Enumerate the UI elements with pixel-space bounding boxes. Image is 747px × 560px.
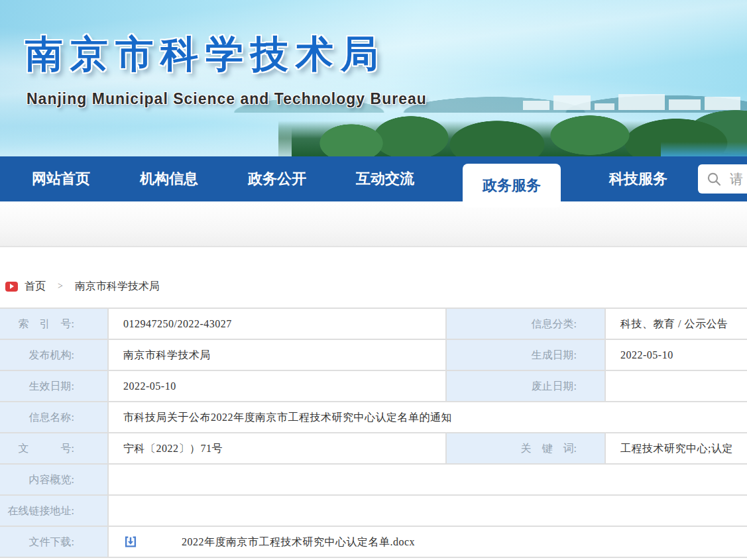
nav-item-tech-services[interactable]: 科技服务	[608, 156, 669, 201]
online-link-label: 在线链接地址:	[0, 496, 107, 526]
search-icon[interactable]	[707, 172, 722, 187]
index-number-label: 索 引 号:	[0, 309, 107, 339]
download-file-link[interactable]: 2022年度南京市工程技术研究中心认定名单.docx	[182, 527, 415, 557]
site-title: 南京市科学技术局	[25, 29, 386, 80]
online-link-value	[109, 496, 747, 526]
doc-number-label: 文 号:	[0, 433, 107, 463]
info-title-label: 信息名称:	[0, 402, 107, 432]
publisher-value: 南京市科学技术局	[109, 340, 445, 370]
download-icon[interactable]	[123, 535, 138, 549]
nav-sub-band	[0, 201, 747, 247]
site-subtitle-en: Nanjing Municipal Science and Technology…	[27, 90, 427, 108]
info-category-label: 信息分类:	[447, 309, 604, 339]
info-category-value: 科技、教育 / 公示公告	[606, 309, 747, 339]
expiry-date-value	[606, 371, 747, 401]
breadcrumb-current: 南京市科学技术局	[75, 280, 160, 294]
nav-item-interaction[interactable]: 互动交流	[355, 156, 416, 201]
breadcrumb-home-link[interactable]: 首页	[25, 280, 46, 294]
file-download-value: 2022年度南京市工程技术研究中心认定名单.docx	[109, 527, 747, 557]
main-nav: 网站首页 机构信息 政务公开 互动交流 政务服务 科技服务	[0, 156, 747, 201]
content-summary-label: 内容概览:	[0, 465, 107, 494]
file-download-label: 文件下载:	[0, 527, 107, 557]
nav-item-org-info[interactable]: 机构信息	[139, 156, 200, 201]
keywords-value: 工程技术研究中心;认定	[606, 433, 747, 463]
breadcrumb: 首页 > 南京市科学技术局	[5, 279, 747, 294]
info-title-value: 市科技局关于公布2022年度南京市工程技术研究中心认定名单的通知	[109, 402, 747, 432]
chevron-right-separator: >	[58, 281, 63, 292]
effective-date-value: 2022-05-10	[109, 371, 445, 401]
nav-item-home[interactable]: 网站首页	[30, 156, 91, 201]
search-input[interactable]	[730, 172, 747, 187]
banner-water-corner	[661, 142, 747, 156]
search-box[interactable]	[698, 164, 747, 194]
expiry-date-label: 废止日期:	[447, 371, 604, 401]
content-summary-value	[109, 465, 747, 494]
keywords-label: 关 键 词:	[447, 433, 604, 463]
publish-date-value: 2022-05-10	[606, 340, 747, 370]
effective-date-label: 生效日期:	[0, 371, 107, 401]
publish-date-label: 生成日期:	[447, 340, 604, 370]
header-banner: 南京市科学技术局 Nanjing Municipal Science and T…	[0, 0, 747, 156]
publisher-label: 发布机构:	[0, 340, 107, 370]
banner-water	[0, 126, 292, 156]
nav-item-gov-disclosure[interactable]: 政务公开	[247, 156, 308, 201]
document-info-table: 索 引 号: 012947250/2022-43027 信息分类: 科技、教育 …	[0, 308, 747, 558]
index-number-value: 012947250/2022-43027	[109, 309, 445, 339]
nav-item-gov-services[interactable]: 政务服务	[463, 164, 561, 207]
breadcrumb-play-icon	[5, 282, 18, 292]
doc-number-value: 宁科〔2022〕）71号	[109, 433, 445, 463]
